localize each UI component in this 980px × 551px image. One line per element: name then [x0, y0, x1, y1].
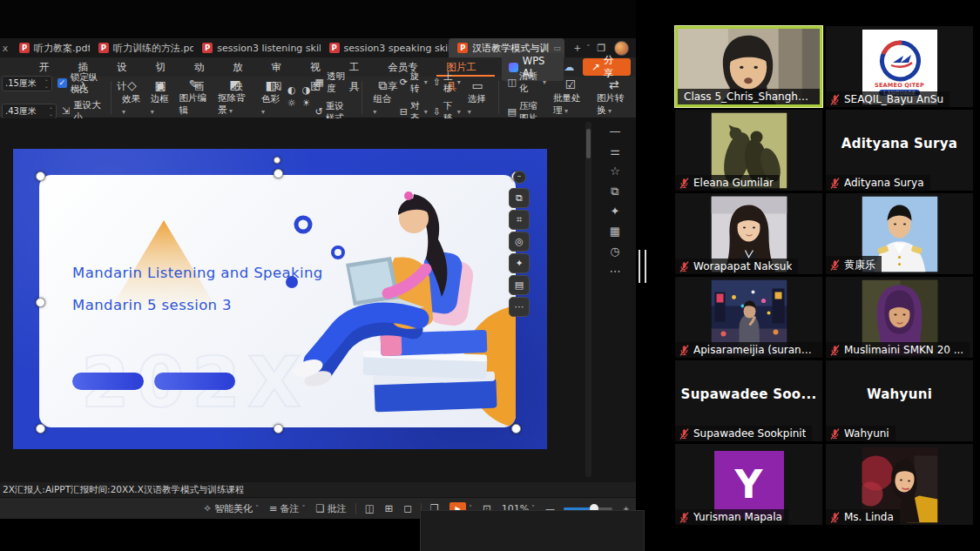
slide-notes-bar[interactable]: 2X汇报人:AiPPT汇报时间:20XX.X汉语教学模式与训练课程 — [0, 482, 636, 498]
selection-handle-n[interactable] — [274, 169, 283, 178]
tab-doc-1[interactable]: P 听力教案.pdf — [10, 38, 90, 57]
reset-style-icon: ↺ — [315, 106, 323, 118]
tab-doc-2[interactable]: P 听力训练的方法.pdf — [90, 38, 193, 57]
cloud-upload-icon[interactable]: ☁ — [564, 61, 574, 73]
contrast-down-icon[interactable]: ◑ — [301, 84, 313, 97]
comment-bubble-icon: ❑ — [316, 502, 325, 514]
reading-view-button[interactable]: ◻ — [398, 502, 417, 514]
menu-transition[interactable]: 切换 — [145, 57, 184, 77]
smart-beautify-button[interactable]: ✧ 智能美化˅ — [198, 502, 264, 515]
collapse-panel-icon[interactable]: — — [610, 125, 621, 138]
participant-tile-supawadee[interactable]: Supawadee Soo... Supawadee Sookpinit — [675, 360, 822, 441]
properties-sliders-icon[interactable]: ⚌ — [610, 145, 620, 158]
participant-tile-yurisman[interactable]: Y Yurisman Mapala — [675, 444, 822, 525]
muted-mic-icon — [829, 259, 841, 271]
comment-icon[interactable]: ▭ — [553, 44, 561, 52]
remove-background-button[interactable]: ◩ 抠除背景 ▾ — [213, 78, 257, 117]
editor-vertical-scrollbar[interactable] — [585, 122, 591, 477]
notes-button[interactable]: ≡ 备注˅ — [264, 502, 311, 515]
participant-tile-huangkangle[interactable]: 黄康乐 — [826, 193, 973, 274]
image-edit-button[interactable]: ✎ 图片编辑 — [174, 78, 213, 117]
layer-order-button[interactable]: ⧉ — [509, 188, 530, 208]
lock-aspect-checkbox[interactable]: ✓ 锁定纵横比 — [57, 71, 105, 96]
menu-animation[interactable]: 动画 — [185, 57, 223, 77]
slide-editor-canvas: 202X Mandarin Listening and Speaking Man… — [0, 118, 636, 482]
crop-button[interactable]: ⌗ — [509, 210, 530, 230]
user-avatar[interactable] — [614, 41, 629, 56]
rotate-button[interactable]: ⟳ 旋转▾ — [397, 70, 430, 96]
more-panels-icon[interactable]: ⋯ — [610, 265, 621, 278]
menu-design[interactable]: 设计 — [107, 57, 145, 77]
slide-title-line1[interactable]: Mandarin Listening and Speaking — [72, 265, 323, 281]
chart-panel-icon[interactable]: ▦ — [610, 225, 620, 238]
share-icon: ↗ — [591, 61, 600, 73]
move-down-icon: ⇩ — [433, 106, 441, 118]
more-options-button[interactable]: ⋯ — [509, 297, 530, 317]
brightness-up-icon[interactable]: ☼ — [286, 97, 298, 111]
slide[interactable]: 202X Mandarin Listening and Speaking Man… — [13, 149, 547, 449]
image-width-spinner[interactable]: .15厘米⌃⌄ — [2, 76, 52, 91]
black-top-area — [0, 0, 636, 38]
selection-handle-se[interactable] — [511, 424, 521, 433]
muted-mic-icon — [679, 345, 690, 356]
bring-forward-button[interactable]: ⇧ 上移▾ — [430, 70, 463, 96]
right-panel-strip: — ⚌ ☆ ⧉ ✦ ▦ ◷ ⋯ — [598, 125, 632, 278]
slide-sorter-view-button[interactable]: ⊞ — [380, 502, 399, 514]
image-convert-button[interactable]: ⇄ 图片转换 ▾ — [592, 78, 636, 117]
magnifier-button[interactable]: ◎ — [509, 232, 530, 252]
effects-button[interactable]: ◇ 效果 ▾ — [118, 79, 146, 116]
participant-tile-chris[interactable]: Class 5_Chris_Shanghai ... — [675, 26, 822, 107]
slide-title-line2[interactable]: Mandarin 5 session 3 — [72, 297, 232, 313]
participant-tile-linda[interactable]: Ms. Linda — [826, 444, 973, 525]
select-button[interactable]: ▭ 选择 ▾ — [463, 79, 492, 116]
beautify-wand-button[interactable]: ✦ — [509, 253, 530, 273]
share-button[interactable]: ↗ 分享 — [583, 58, 631, 76]
rotation-handle[interactable] — [274, 157, 280, 164]
comments-button[interactable]: ❑ 批注 — [311, 502, 352, 515]
favorites-star-icon[interactable]: ☆ — [610, 165, 620, 178]
menu-slideshow[interactable]: 放映 — [223, 57, 261, 77]
book-stack — [363, 330, 497, 413]
nameplate: Supawadee Sookpinit — [675, 426, 812, 441]
selected-image-card[interactable]: 202X Mandarin Listening and Speaking Man… — [39, 175, 516, 427]
brightness-down-icon[interactable]: ☀ — [301, 97, 313, 111]
chevron-down-icon[interactable]: ˅ — [586, 44, 590, 52]
tab-doc-4[interactable]: P session3 speaking skills — [321, 38, 449, 57]
batch-check-icon: ☑ — [565, 78, 577, 91]
selection-handle-sw[interactable] — [36, 424, 45, 433]
nameplate: Ms. Linda — [826, 509, 900, 525]
menu-review[interactable]: 审阅 — [262, 57, 301, 77]
participant-tile-seaqil[interactable]: SEAMEO QITEP LANGUAGE SEAQIL_Bayu AnSu — [826, 26, 973, 107]
panel-resize-handle[interactable] — [639, 250, 646, 283]
magic-wand-icon[interactable]: ✦ — [611, 205, 620, 218]
restore-window-icon[interactable]: ❐ — [597, 43, 605, 54]
pdf-file-icon: P — [19, 43, 30, 53]
layers-icon[interactable]: ⧉ — [611, 185, 618, 198]
batch-process-button[interactable]: ☑ 批量处理 ▾ — [549, 78, 592, 117]
participant-tile-worapapat[interactable]: Worapapat Naksuk — [675, 193, 822, 274]
new-tab-button[interactable]: ＋ ˅ — [564, 38, 597, 57]
normal-view-button[interactable]: ◫ — [360, 502, 380, 514]
participant-tile-apisarameijia[interactable]: Apisarameijia (surana... — [675, 277, 822, 358]
color-button[interactable]: ◧ 色彩 ▾ — [257, 79, 286, 116]
participant-tile-wahyuni[interactable]: Wahyuni Wahyuni — [826, 360, 973, 441]
selection-handle-s[interactable] — [274, 424, 283, 433]
image-height-spinner[interactable]: .43厘米⌃⌄ — [2, 104, 57, 119]
collapse-toolbar-button[interactable]: – — [513, 171, 526, 184]
participant-tile-adityana[interactable]: Adityana Surya Adityana Surya — [826, 110, 973, 191]
history-clock-icon[interactable]: ◷ — [610, 245, 619, 258]
ppt-file-icon: P — [457, 43, 468, 53]
tab-partial[interactable]: x — [0, 38, 10, 57]
selection-handle-w[interactable] — [36, 298, 45, 307]
contrast-up-icon[interactable]: ◐ — [286, 84, 298, 97]
scrollbar-thumb[interactable] — [586, 129, 591, 158]
group-button[interactable]: ⧉ 组合 ▾ — [368, 79, 397, 116]
sharpen-button[interactable]: ◫ 清晰化▾ — [505, 70, 550, 96]
replace-image-button[interactable]: ▤ — [509, 275, 530, 295]
selection-handle-nw[interactable] — [36, 171, 45, 181]
participant-tile-muslimaini[interactable]: Muslimaini SMKN 20 ... — [826, 277, 973, 358]
border-button[interactable]: ▣ 边框 ▾ — [146, 79, 175, 116]
tab-doc-3[interactable]: P session3 listening skills — [193, 38, 320, 57]
transparency-button[interactable]: ▦ 透明度 — [313, 70, 356, 96]
participant-tile-eleana[interactable]: Eleana Gumilar — [675, 110, 822, 191]
